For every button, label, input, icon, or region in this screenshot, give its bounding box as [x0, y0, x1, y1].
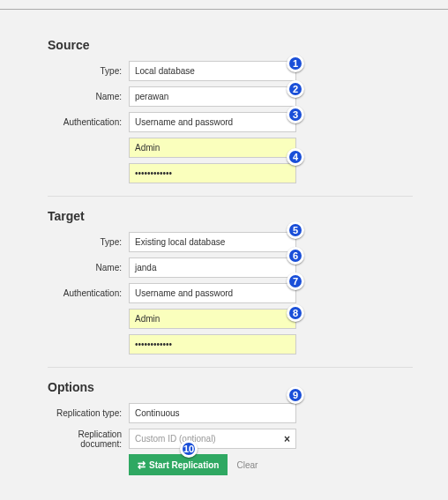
target-type-value: Existing local database — [135, 237, 225, 247]
replication-doc-label: Replication document: — [48, 429, 129, 449]
callout-1: 1 — [287, 55, 304, 72]
target-auth-label: Authentication: — [48, 288, 129, 298]
clear-link[interactable]: Clear — [236, 460, 258, 470]
callout-2: 2 — [287, 80, 304, 98]
target-auth-select[interactable]: Username and password — [129, 283, 296, 303]
start-replication-label: Start Replication — [149, 460, 219, 470]
target-heading: Target — [48, 209, 413, 223]
source-type-value: Local database — [135, 66, 195, 76]
replication-type-label: Replication type: — [48, 408, 129, 418]
replication-doc-input[interactable]: Custom ID (optional) × — [129, 429, 296, 449]
callout-9: 9 — [287, 386, 304, 404]
clear-input-icon[interactable]: × — [284, 433, 290, 445]
target-type-select[interactable]: Existing local database — [129, 232, 296, 252]
source-password-value: •••••••••••• — [135, 168, 172, 178]
target-type-label: Type: — [48, 237, 129, 247]
source-username-input[interactable]: Admin — [129, 138, 296, 158]
callout-8: 8 — [287, 304, 304, 322]
target-name-value: janda — [135, 263, 156, 272]
callout-7: 7 — [287, 272, 304, 290]
source-name-label: Name: — [48, 92, 129, 101]
sync-icon: ⇄ — [138, 459, 146, 471]
replication-type-select[interactable]: Continuous — [129, 403, 296, 423]
divider — [48, 196, 413, 197]
target-name-input[interactable]: janda — [129, 257, 296, 278]
target-name-label: Name: — [48, 263, 129, 272]
source-type-select[interactable]: Local database — [129, 61, 296, 81]
source-name-input[interactable]: perawan — [129, 86, 296, 107]
source-type-label: Type: — [48, 66, 129, 76]
source-username-value: Admin — [135, 143, 160, 153]
target-auth-value: Username and password — [135, 288, 233, 298]
replication-doc-placeholder: Custom ID (optional) — [135, 434, 216, 444]
callout-4: 4 — [287, 148, 304, 166]
divider — [48, 367, 413, 368]
source-name-value: perawan — [135, 92, 168, 101]
source-auth-value: Username and password — [135, 117, 233, 127]
source-heading: Source — [48, 38, 413, 52]
replication-type-value: Continuous — [135, 408, 180, 418]
callout-10: 10 — [180, 440, 198, 458]
source-auth-label: Authentication: — [48, 117, 129, 127]
callout-5: 5 — [287, 221, 304, 239]
source-auth-select[interactable]: Username and password — [129, 112, 296, 132]
source-password-input[interactable]: •••••••••••• — [129, 163, 296, 183]
callout-6: 6 — [287, 247, 304, 265]
target-password-value: •••••••••••• — [135, 340, 172, 349]
target-username-input[interactable]: Admin — [129, 309, 296, 329]
start-replication-button[interactable]: ⇄ Start Replication — [129, 454, 228, 475]
options-heading: Options — [48, 380, 413, 394]
target-password-input[interactable]: •••••••••••• — [129, 334, 296, 354]
callout-3: 3 — [287, 106, 304, 123]
target-username-value: Admin — [135, 314, 160, 324]
